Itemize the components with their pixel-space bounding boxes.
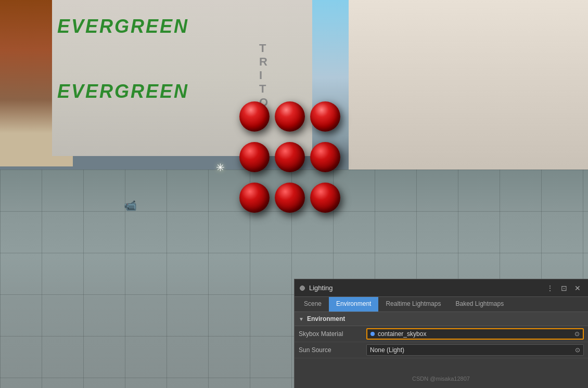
sphere-2 <box>275 101 305 132</box>
material-dot-icon <box>370 332 375 336</box>
sun-source-picker-icon[interactable]: ⊙ <box>575 346 580 354</box>
panel-title: Lighting <box>309 284 333 292</box>
sun-source-text: None (Light) <box>370 346 404 354</box>
container-text-trito: TRITO <box>259 42 269 109</box>
sphere-5 <box>275 142 305 172</box>
spheres-grid <box>239 101 341 219</box>
panel-controls: ⋮ ⊡ ✕ <box>544 283 583 293</box>
container-text-1: EVERGREEN <box>57 16 189 37</box>
container-text-2: EVERGREEN <box>57 81 189 102</box>
skybox-material-picker-icon[interactable]: ⊙ <box>574 330 580 338</box>
camera-gizmo-icon: 📹 <box>124 199 137 212</box>
tab-scene[interactable]: Scene <box>297 297 329 312</box>
scene-viewport: EVERGREEN EVERGREEN TRITO ✳ 📹 Lighting ⋮ <box>0 0 588 388</box>
tab-realtime-lightmaps[interactable]: Realtime Lightmaps <box>378 297 448 312</box>
watermark: CSDN @misaka12807 <box>294 376 588 382</box>
sphere-8 <box>275 183 305 213</box>
section-title: Environment <box>307 315 345 322</box>
sphere-9 <box>310 183 340 213</box>
tab-environment[interactable]: Environment <box>329 297 378 312</box>
skybox-material-value[interactable]: container_skybox ⊙ <box>366 328 584 340</box>
panel-header: Lighting ⋮ ⊡ ✕ <box>295 279 588 297</box>
sphere-7 <box>239 183 270 213</box>
skybox-material-text: container_skybox <box>378 330 426 338</box>
lighting-panel: Lighting ⋮ ⊡ ✕ Scene Environment Realtim… <box>294 279 588 388</box>
panel-more-button[interactable]: ⋮ <box>544 283 556 293</box>
sun-source-value[interactable]: None (Light) ⊙ <box>366 344 584 356</box>
tab-baked-lightmaps[interactable]: Baked Lightmaps <box>448 297 511 312</box>
section-header: ▼ Environment <box>295 312 588 326</box>
sphere-3 <box>310 101 340 132</box>
sphere-1 <box>239 101 270 132</box>
section-collapse-icon: ▼ <box>299 316 304 322</box>
environment-section: ▼ Environment Skybox Material container_… <box>295 312 588 358</box>
sun-source-row: Sun Source None (Light) ⊙ <box>295 342 588 358</box>
sphere-4 <box>239 142 270 172</box>
sphere-6 <box>310 142 340 172</box>
light-gizmo-icon: ✳ <box>216 161 225 174</box>
containers-right <box>349 0 588 177</box>
panel-title-area: Lighting <box>300 284 333 292</box>
panel-close-button[interactable]: ✕ <box>572 283 583 293</box>
sun-source-label: Sun Source <box>299 346 366 354</box>
skybox-material-label: Skybox Material <box>299 330 366 338</box>
panel-dot-icon <box>300 286 305 291</box>
skybox-material-row: Skybox Material container_skybox ⊙ <box>295 326 588 342</box>
tabs-bar: Scene Environment Realtime Lightmaps Bak… <box>295 297 588 312</box>
panel-layout-button[interactable]: ⊡ <box>559 283 569 293</box>
